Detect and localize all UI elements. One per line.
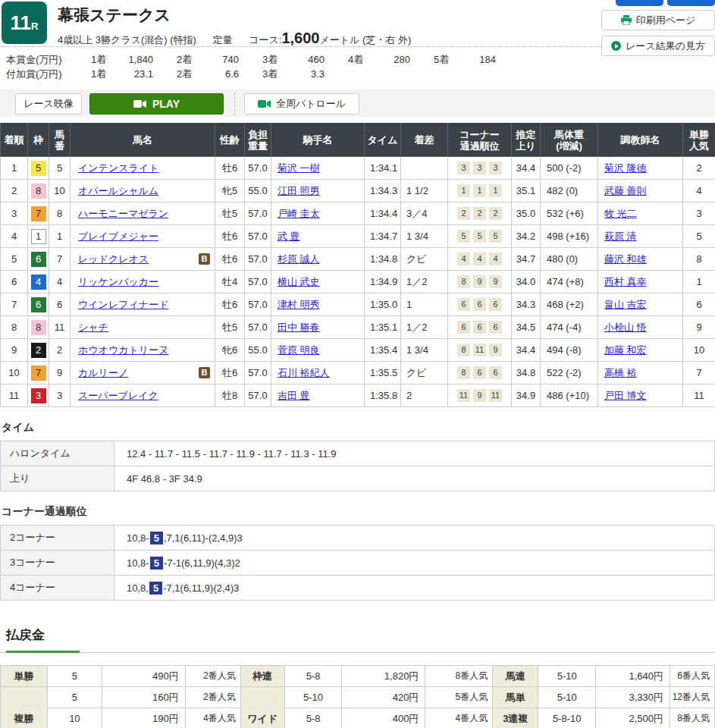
payout-popularity: 5番人気: [425, 687, 493, 708]
payout-combination: 5-8: [284, 666, 342, 687]
play-button[interactable]: PLAY: [89, 93, 224, 115]
win-popularity: 3: [683, 202, 715, 225]
corner-position-box: 9: [473, 389, 486, 402]
payout-header: 払戻金: [0, 626, 715, 653]
finish-time: 1:34.9: [365, 271, 401, 293]
table-row: 3コーナー 10,8-5-7-1(6,11,9)(4,3)2: [1, 551, 715, 576]
corner-order-text: 10,8,: [127, 582, 149, 594]
last-3f: 34.5: [512, 316, 541, 339]
trainer-cell: 加藤 和宏: [598, 339, 683, 362]
trainer-link[interactable]: 高橋 裕: [604, 367, 637, 378]
time-section-title: タイム: [2, 421, 715, 435]
jockey-link[interactable]: 菊沢 一樹: [278, 162, 320, 174]
payout-combination: 5-8: [284, 708, 342, 728]
result-row: 766ウインレフィナード牡657.0津村 明秀1:35.0166634.3468…: [1, 293, 715, 316]
last-3f: 34.0: [512, 271, 541, 293]
trainer-link[interactable]: 加藤 和宏: [604, 344, 647, 356]
prize-rank: 5着: [434, 52, 459, 67]
horse-name-link[interactable]: ホウオウカトリーヌ: [78, 344, 168, 356]
horse-name-link[interactable]: リッケンバッカー: [78, 276, 158, 287]
trainer-link[interactable]: 菊沢 隆徳: [604, 162, 647, 174]
last-time-label: 上り: [1, 466, 114, 491]
jockey-link[interactable]: 田中 勝春: [278, 322, 320, 333]
margin: クビ: [401, 248, 448, 271]
horse-weight: 474 (+8): [541, 271, 598, 293]
payout-popularity: 12番人気: [670, 687, 715, 708]
prize-pair: 3着3.3: [262, 67, 348, 81]
bet-type-label: 単勝: [1, 666, 48, 687]
win-popularity: 7: [683, 362, 715, 384]
jockey-link[interactable]: 戸崎 圭太: [278, 208, 320, 219]
horse-name-link[interactable]: ブレイブメジャー: [78, 231, 158, 242]
print-page-button[interactable]: 印刷用ページ: [601, 10, 715, 30]
result-row: 922ホウオウカトリーヌ牝655.0菅原 明良1:35.41 3/4811934…: [1, 339, 715, 362]
frame-cell: 2: [28, 339, 49, 362]
corner-order-text: ,7,1(6,11)-(2,4,9)3: [164, 532, 243, 544]
result-guide-button[interactable]: レース結果の見方: [601, 36, 715, 56]
jockey-link[interactable]: 石川 裕紀人: [278, 367, 330, 378]
top-blue-button-1[interactable]: [616, 0, 663, 6]
corner-position-box: 2: [457, 207, 470, 220]
prize-rank: 2着: [177, 52, 202, 67]
trainer-link[interactable]: 畠山 吉宏: [604, 299, 647, 310]
top-blue-button-2[interactable]: [667, 0, 715, 6]
jockey-link[interactable]: 吉田 豊: [278, 390, 310, 401]
horse-name-link[interactable]: カルリーノ: [78, 367, 128, 378]
last-3f: 34.4: [512, 339, 541, 362]
corner-position-box: 1: [489, 184, 502, 197]
horse-name-link[interactable]: ハーモニーマゼラン: [78, 208, 168, 219]
jockey-link[interactable]: 杉原 誠人: [278, 253, 320, 265]
jockey-cell: 横山 武史: [271, 271, 365, 293]
jockey-link[interactable]: 菅原 明良: [278, 344, 320, 356]
jockey-link[interactable]: 横山 武史: [278, 276, 320, 287]
jockey-link[interactable]: 津村 明秀: [278, 299, 320, 310]
prize-rank: 3着: [262, 52, 288, 67]
jockey-link[interactable]: 武 豊: [278, 231, 300, 242]
horse-name-link[interactable]: スーパーブレイク: [78, 390, 158, 401]
trainer-link[interactable]: 藤沢 和雄: [604, 253, 647, 265]
payout-row: ワイド5-10420円5番人気: [240, 687, 493, 708]
horse-name-link[interactable]: シャチ: [78, 322, 108, 333]
trainer-link[interactable]: 西村 真幸: [604, 276, 647, 287]
trainer-link[interactable]: 小桧山 悟: [604, 322, 647, 333]
sex-age: 牝6: [215, 339, 245, 362]
horse-number: 9: [49, 362, 71, 384]
horse-name-link[interactable]: ウインレフィナード: [78, 299, 168, 310]
trainer-link[interactable]: 武藤 善則: [604, 185, 647, 196]
corner-order-cell: 666: [448, 316, 512, 339]
horse-name-link[interactable]: インテンスライト: [78, 162, 158, 174]
race-video-button[interactable]: レース映像: [15, 93, 82, 115]
trainer-link[interactable]: 牧 光二: [604, 208, 637, 219]
result-row: 378ハーモニーマゼラン牡557.0戸崎 圭太1:34.43／422235.05…: [1, 202, 715, 225]
race-header: 11 R 幕張ステークス 4歳以上 3勝クラス(混合) (特指) 定量 コース:…: [0, 0, 715, 47]
carried-weight: 55.0: [245, 339, 271, 362]
patrol-video-button[interactable]: 全周パトロール: [244, 93, 359, 115]
result-row: 567レッドクレオスB牡657.0杉原 誠人1:34.8クビ44434.7480…: [1, 248, 715, 271]
finish-time: 1:34.3: [365, 180, 401, 202]
jockey-link[interactable]: 江田 照男: [278, 185, 320, 196]
corner-position-box: 6: [489, 298, 502, 311]
corner-position-box: 11: [457, 389, 470, 402]
corner3-label: 3コーナー: [1, 551, 114, 576]
trainer-link[interactable]: 萩原 清: [604, 231, 637, 242]
race-number: 11: [11, 11, 32, 35]
payout-amount: 400円: [342, 708, 425, 728]
highlighted-horse-number: 5: [150, 532, 163, 544]
win-popularity: 2: [683, 157, 715, 180]
trainer-link[interactable]: 戸田 博文: [604, 390, 647, 401]
corner-order-cell: 866: [448, 362, 512, 384]
horse-name-cell: シャチ: [71, 316, 215, 339]
result-row: 644リッケンバッカー牡457.0横山 武史1:34.91／289934.047…: [1, 271, 715, 293]
payout-row: 枠連5-81,820円8番人気: [240, 666, 493, 687]
prize-rank: 3着: [262, 67, 288, 81]
frame-number-badge: 2: [31, 343, 46, 358]
horse-name-link[interactable]: レッドクレオス: [78, 253, 149, 265]
frame-number-badge: 7: [31, 206, 46, 221]
horse-name-link[interactable]: オパールシャルム: [78, 185, 158, 196]
horse-weight: 486 (+10): [541, 384, 598, 407]
column-header-sex-age: 性齢: [215, 124, 245, 157]
payout-popularity: 4番人気: [425, 708, 493, 728]
horse-weight: 532 (+6): [541, 202, 598, 225]
margin: 1 3/4: [401, 225, 448, 248]
race-results-table: 着順枠馬 番馬名性齢負担 重量騎手名タイム着差コーナー 通過順位推定 上り馬体重…: [0, 123, 715, 407]
